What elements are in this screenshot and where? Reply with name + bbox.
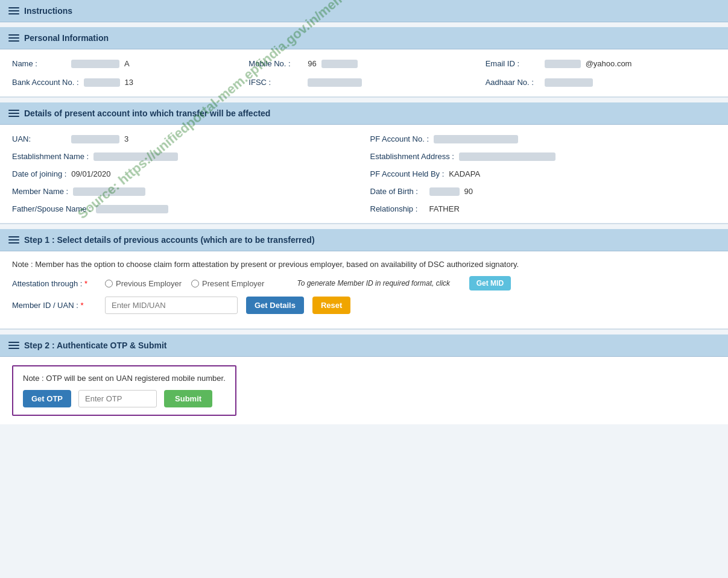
present-account-hamburger-icon[interactable] bbox=[8, 110, 19, 117]
personal-info-body: Name : A Mobile No. : 96 Email ID : @yah… bbox=[0, 49, 728, 98]
instructions-title: Instructions bbox=[24, 6, 72, 16]
mobile-label: Mobile No. : bbox=[248, 59, 303, 68]
dob-value: 90 bbox=[464, 187, 473, 196]
personal-info-section: Personal Information Name : A Mobile No.… bbox=[0, 27, 728, 98]
pf-account-blur bbox=[434, 135, 518, 143]
father-row: Father/Spouse Name : bbox=[12, 204, 358, 213]
personal-info-header: Personal Information bbox=[0, 27, 728, 49]
personal-info-hamburger-icon[interactable] bbox=[8, 34, 19, 42]
get-otp-button[interactable]: Get OTP bbox=[23, 390, 71, 407]
generate-mid-label: To generate Member ID in required format… bbox=[297, 279, 450, 287]
step2-hamburger-icon[interactable] bbox=[8, 342, 19, 349]
doj-value: 09/01/2020 bbox=[71, 169, 110, 178]
est-name-blur bbox=[93, 152, 178, 161]
ifsc-label: IFSC : bbox=[248, 78, 303, 87]
get-mid-button[interactable]: Get MID bbox=[469, 276, 511, 291]
email-label: Email ID : bbox=[486, 59, 540, 68]
prev-employer-label: Previous Employer bbox=[116, 279, 182, 288]
present-employer-radio-label[interactable]: Present Employer bbox=[191, 279, 264, 288]
step1-header: Step 1 : Select details of previous acco… bbox=[0, 229, 728, 251]
prev-employer-radio[interactable] bbox=[105, 280, 113, 287]
submit-button[interactable]: Submit bbox=[164, 390, 212, 407]
pf-held-row: PF Account Held By : KADAPA bbox=[370, 169, 717, 178]
member-name-blur bbox=[73, 187, 145, 196]
attestation-radio-group: Previous Employer Present Employer bbox=[105, 279, 264, 288]
aadhaar-row: Aadhaar No. : bbox=[486, 78, 716, 87]
pf-account-row: PF Account No. : bbox=[370, 134, 717, 143]
present-employer-radio[interactable] bbox=[191, 280, 199, 287]
est-name-row: Establishment Name : bbox=[12, 152, 358, 161]
aadhaar-label: Aadhaar No. : bbox=[486, 78, 540, 87]
personal-info-title: Personal Information bbox=[24, 33, 109, 43]
pf-held-label: PF Account Held By : bbox=[370, 169, 445, 178]
uan-value: 3 bbox=[124, 134, 128, 143]
step1-section: Step 1 : Select details of previous acco… bbox=[0, 229, 728, 330]
mobile-row: Mobile No. : 96 bbox=[248, 59, 479, 68]
present-account-body: UAN: 3 PF Account No. : Establishment Na… bbox=[0, 125, 728, 224]
dob-blur bbox=[429, 187, 460, 196]
name-label: Name : bbox=[12, 59, 66, 68]
attestation-required-star: * bbox=[84, 279, 87, 288]
step2-title: Step 2 : Authenticate OTP & Submit bbox=[24, 341, 166, 350]
est-addr-label: Establishment Address : bbox=[370, 152, 454, 161]
relationship-value: FATHER bbox=[429, 204, 460, 213]
get-details-button[interactable]: Get Details bbox=[246, 297, 304, 314]
present-employer-label: Present Employer bbox=[202, 279, 264, 288]
relationship-row: Relationship : FATHER bbox=[370, 204, 717, 213]
doj-row: Date of joining : 09/01/2020 bbox=[12, 169, 358, 178]
name-blur bbox=[71, 60, 119, 68]
otp-note-text: Note : OTP will be sent on UAN registere… bbox=[23, 374, 226, 383]
ifsc-blur bbox=[308, 78, 362, 87]
uan-label: UAN: bbox=[12, 134, 66, 143]
present-account-section: Details of present account into which tr… bbox=[0, 102, 728, 224]
dob-row: Date of Birth : 90 bbox=[370, 187, 717, 196]
step1-note: Note : Member has the option to choose c… bbox=[12, 260, 716, 269]
member-name-label: Member Name : bbox=[12, 187, 68, 196]
father-blur bbox=[96, 205, 168, 213]
name-row: Name : A bbox=[12, 59, 242, 68]
step1-title: Step 1 : Select details of previous acco… bbox=[24, 235, 315, 245]
father-label: Father/Spouse Name : bbox=[12, 204, 91, 213]
member-id-label: Member ID / UAN : * bbox=[12, 301, 97, 310]
bank-value: 13 bbox=[125, 78, 133, 87]
email-row: Email ID : @yahoo.com bbox=[486, 59, 716, 68]
instructions-header: Instructions bbox=[0, 0, 728, 22]
uan-blur bbox=[71, 135, 119, 143]
email-value: @yahoo.com bbox=[586, 59, 632, 68]
doj-label: Date of joining : bbox=[12, 169, 66, 178]
otp-input[interactable] bbox=[78, 390, 157, 407]
mid-input[interactable] bbox=[105, 297, 238, 314]
bank-label: Bank Account No. : bbox=[12, 78, 79, 87]
bank-blur bbox=[84, 78, 120, 87]
member-id-required-star: * bbox=[80, 301, 83, 310]
pf-account-label: PF Account No. : bbox=[370, 134, 429, 143]
otp-note-box: Note : OTP will be sent on UAN registere… bbox=[12, 365, 236, 416]
otp-row: Get OTP Submit bbox=[23, 390, 226, 407]
mobile-value: 96 bbox=[308, 59, 316, 68]
step2-header: Step 2 : Authenticate OTP & Submit bbox=[0, 335, 728, 357]
uan-row: UAN: 3 bbox=[12, 134, 358, 143]
step1-body: Note : Member has the option to choose c… bbox=[0, 251, 728, 330]
present-account-title: Details of present account into which tr… bbox=[24, 108, 270, 118]
bank-row: Bank Account No. : 13 bbox=[12, 78, 242, 87]
member-name-row: Member Name : bbox=[12, 187, 358, 196]
prev-employer-radio-label[interactable]: Previous Employer bbox=[105, 279, 182, 288]
mobile-blur bbox=[321, 60, 358, 68]
name-value: A bbox=[124, 59, 130, 68]
member-id-row: Member ID / UAN : * Get Details Reset bbox=[12, 297, 716, 314]
est-name-label: Establishment Name : bbox=[12, 152, 89, 161]
present-account-header: Details of present account into which tr… bbox=[0, 102, 728, 125]
email-blur bbox=[545, 60, 581, 68]
attestation-row: Attestation through : * Previous Employe… bbox=[12, 276, 716, 291]
reset-button[interactable]: Reset bbox=[312, 297, 350, 314]
hamburger-icon[interactable] bbox=[8, 7, 19, 14]
step1-hamburger-icon[interactable] bbox=[8, 236, 19, 243]
est-addr-blur bbox=[459, 152, 555, 161]
relationship-label: Relationship : bbox=[370, 204, 425, 213]
attestation-label: Attestation through : * bbox=[12, 279, 97, 288]
step2-section: Step 2 : Authenticate OTP & Submit Note … bbox=[0, 335, 728, 424]
dob-label: Date of Birth : bbox=[370, 187, 425, 196]
pf-held-value: KADAPA bbox=[449, 169, 480, 178]
est-addr-row: Establishment Address : bbox=[370, 152, 717, 161]
aadhaar-blur bbox=[545, 78, 593, 87]
